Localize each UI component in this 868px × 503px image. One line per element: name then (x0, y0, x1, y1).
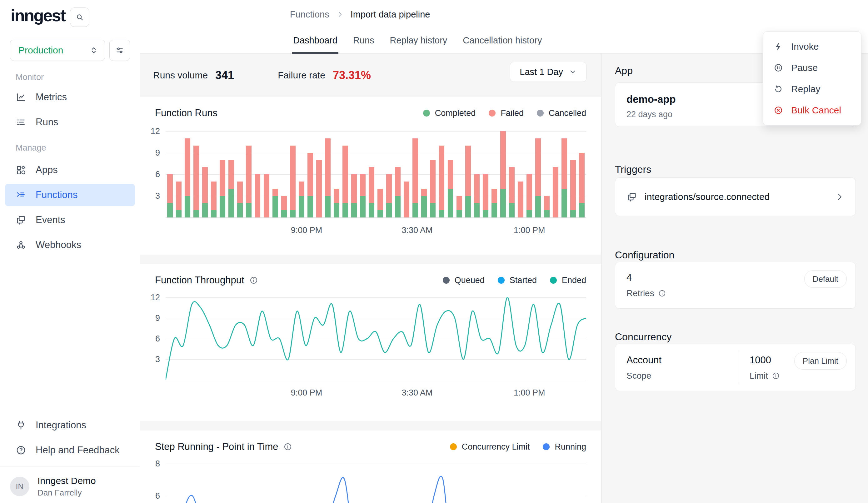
started-dot (498, 277, 505, 284)
top-header: Functions Import data pipeline Dashboard… (140, 0, 868, 54)
bar (393, 131, 402, 217)
completed-segment (194, 210, 199, 217)
step-running-card: Step Running - Point in Time Concurrency… (140, 431, 601, 503)
sidebar-item-metrics[interactable]: Metrics (5, 86, 135, 109)
completed-segment (185, 196, 190, 217)
failed-segment (395, 167, 401, 196)
completed-segment (421, 196, 427, 217)
menu-item-invoke[interactable]: Invoke (763, 36, 861, 57)
info-icon[interactable] (283, 442, 292, 451)
running-dot (543, 443, 550, 450)
failed-segment (185, 138, 190, 196)
failed-segment (176, 182, 182, 210)
menu-item-replay[interactable]: Replay (763, 79, 861, 100)
completed-segment (483, 210, 488, 217)
failed-segment (167, 174, 173, 203)
failed-segment (211, 182, 217, 210)
completed-segment (176, 210, 182, 217)
bar (525, 131, 534, 217)
x-axis-line (166, 217, 586, 218)
bar (507, 131, 516, 217)
menu-item-bulk-cancel[interactable]: Bulk Cancel (763, 100, 861, 121)
info-icon[interactable] (249, 276, 258, 285)
failed-segment (456, 196, 462, 210)
completed-segment (527, 210, 532, 217)
completed-dot (423, 110, 430, 116)
bar (183, 131, 192, 217)
info-icon[interactable] (772, 372, 780, 380)
failed-segment (430, 160, 436, 203)
completed-segment (167, 203, 173, 217)
apps-icon (16, 165, 26, 175)
sidebar-item-help[interactable]: Help and Feedback (5, 439, 135, 461)
tab-runs[interactable]: Runs (352, 29, 375, 54)
bar (551, 131, 560, 217)
time-range-selector[interactable]: Last 1 Day (510, 62, 587, 82)
sidebar-item-events[interactable]: Events (5, 209, 135, 231)
failed-segment (281, 196, 287, 210)
tab-replay-history[interactable]: Replay history (389, 29, 448, 54)
bar (209, 131, 218, 217)
breadcrumb-functions-link[interactable]: Functions (290, 9, 329, 20)
cancel-icon (774, 106, 783, 115)
bar (174, 131, 183, 217)
card-divider (738, 350, 739, 384)
sidebar-item-functions[interactable]: Functions (5, 184, 135, 206)
failed-dot (489, 110, 496, 116)
bar (306, 131, 314, 217)
completed-segment (281, 210, 287, 217)
failed-segment (448, 160, 453, 189)
environment-row: Production (10, 40, 130, 61)
info-icon[interactable] (658, 289, 666, 297)
events-icon (16, 215, 26, 225)
menu-item-pause[interactable]: Pause (763, 57, 861, 79)
bar (288, 131, 297, 217)
function-throughput-card: Function Throughput Queued Started Ended… (140, 264, 601, 421)
user-menu[interactable]: IN Inngest Demo Dan Farrelly (0, 470, 140, 503)
failed-segment (264, 174, 269, 217)
bar (244, 131, 253, 217)
x-axis-line (166, 380, 586, 380)
environment-selector[interactable]: Production (10, 40, 105, 61)
tab-bar: Dashboard Runs Replay history Cancellati… (292, 29, 543, 54)
completed-segment (246, 203, 251, 217)
trigger-row[interactable]: integrations/source.connected (615, 177, 856, 216)
step-running-legend: Concurrency Limit Running (450, 442, 586, 452)
bolt-icon (774, 42, 783, 51)
legend-started: Started (498, 276, 537, 285)
sidebar-item-webhooks[interactable]: Webhooks (5, 234, 135, 256)
failed-segment (369, 167, 374, 203)
completed-segment (378, 210, 383, 217)
bar (569, 131, 577, 217)
tab-dashboard[interactable]: Dashboard (292, 29, 338, 54)
retries-card: 4 Retries Default (615, 262, 856, 309)
completed-segment (456, 210, 462, 217)
sidebar-item-integrations[interactable]: Integrations (5, 414, 135, 437)
sidebar-item-runs[interactable]: Runs (5, 111, 135, 133)
page-title: Import data pipeline (351, 9, 430, 20)
webhooks-icon (16, 240, 26, 250)
chevron-right-icon (835, 192, 844, 202)
failed-segment (561, 138, 567, 189)
concurrency-limit-label: Limit (750, 371, 768, 381)
failed-segment (465, 146, 471, 196)
failed-segment (483, 174, 488, 210)
runs-volume-label: Runs volume (153, 70, 208, 81)
y-axis-tick: 3 (155, 191, 160, 201)
failed-segment (553, 167, 558, 217)
function-throughput-legend: Queued Started Ended (443, 276, 586, 285)
search-button[interactable] (70, 8, 89, 27)
completed-segment (308, 196, 313, 217)
failed-segment (237, 182, 243, 203)
chevron-updown-icon (89, 45, 99, 55)
completed-segment (412, 203, 418, 217)
tab-cancellation-history[interactable]: Cancellation history (462, 29, 543, 54)
bar-series (166, 131, 586, 217)
completed-segment (299, 196, 304, 217)
sidebar-item-apps[interactable]: Apps (5, 159, 135, 181)
environment-settings-button[interactable] (109, 40, 130, 61)
failed-segment (246, 146, 251, 203)
failure-rate-value: 73.31% (333, 69, 371, 82)
x-axis-tick: 3:30 AM (402, 388, 432, 398)
failed-segment (272, 189, 278, 196)
